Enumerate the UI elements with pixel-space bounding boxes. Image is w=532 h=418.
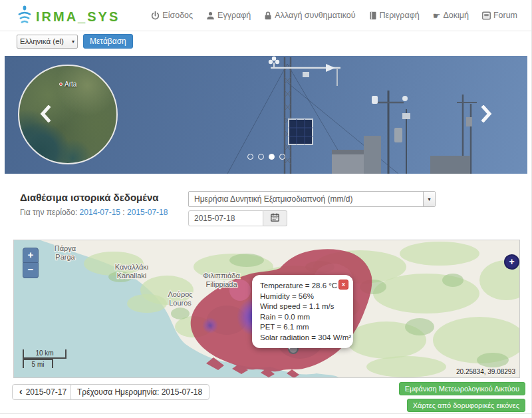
popup-close-button[interactable]: x: [338, 280, 348, 290]
popup-pet: PET = 6.1 mm: [260, 322, 346, 333]
previous-day-label: 2015-07-17: [26, 387, 66, 397]
power-icon: [151, 11, 160, 20]
inset-place-label: Arta: [59, 81, 76, 88]
previous-day-button[interactable]: ‹ 2015-07-17: [12, 384, 74, 400]
nav-description[interactable]: Περιγραφή: [369, 11, 420, 20]
nav-login[interactable]: Είσοδος: [151, 11, 193, 20]
nav-register-label: Εγγραφή: [217, 11, 251, 20]
chevron-left-icon: ‹: [19, 387, 23, 396]
language-bar: Ελληνικά (el) ▾ Μετάβαση: [17, 34, 133, 49]
irma-sys-page: IRMA_SYS Είσοδος Εγγραφή Αλλαγή συνθηματ…: [0, 0, 532, 418]
map-marker-icon: [59, 83, 63, 86]
lock-icon: [264, 11, 272, 20]
carousel-prev-button[interactable]: [38, 105, 53, 125]
nav-menu: Είσοδος Εγγραφή Αλλαγή συνθηματικού Περι…: [151, 0, 517, 31]
map-zoom-control: + −: [23, 248, 39, 278]
place-filippiada-gr: Φιλιππιάδα: [203, 272, 240, 280]
nav-test[interactable]: ☛ Δοκιμή: [433, 11, 469, 20]
popup-wind-speed: Wind speed = 1.1 m/s: [260, 302, 346, 312]
language-submit-button[interactable]: Μετάβαση: [83, 34, 133, 49]
top-navbar: IRMA_SYS Είσοδος Εγγραφή Αλλαγή συνθηματ…: [0, 0, 532, 31]
logo-text: IRMA_SYS: [36, 9, 120, 25]
zoom-in-button[interactable]: +: [23, 248, 39, 263]
map-layers-button[interactable]: +: [504, 254, 519, 270]
place-filippiada-en: Filippiada: [205, 280, 237, 288]
place-louros-gr: Λούρος: [168, 290, 192, 298]
nav-login-label: Είσοδος: [162, 11, 193, 20]
satellite-inset-map[interactable]: Arta: [18, 65, 118, 164]
footer-divider: [0, 413, 532, 414]
carousel-dot-2[interactable]: [258, 154, 264, 160]
carousel-next-button[interactable]: [479, 105, 494, 125]
nav-change-password[interactable]: Αλλαγή συνθηματικού: [264, 11, 355, 20]
place-kanallaki-gr: Καναλλάκι: [115, 263, 149, 271]
period-end-link[interactable]: 2015-07-18: [127, 208, 168, 217]
historical-data-title: Διαθέσιμα ιστορικά δεδομένα: [20, 192, 159, 203]
map-scale-control: 10 km 5 mi: [23, 349, 66, 368]
date-input[interactable]: [188, 210, 263, 226]
hero-carousel: Arta: [5, 56, 527, 174]
date-input-group: [188, 210, 287, 226]
leaflet-map[interactable]: ΠάργαParga ΚαναλλάκιKanallaki Φιλιππιάδα…: [13, 240, 520, 378]
user-icon: [206, 11, 215, 20]
period-separator: :: [122, 208, 124, 217]
current-date-label: Τρέχουσα Ημερομηνία: 2015-07-18: [77, 387, 202, 397]
carousel-dot-3-active[interactable]: [269, 154, 275, 160]
nav-description-label: Περιγραφή: [380, 11, 420, 20]
historical-period: Για την περίοδο: 2014-07-15 : 2015-07-18: [20, 208, 168, 217]
chevron-down-icon: ▾: [72, 39, 74, 45]
variable-select-value: Ημερήσια Δυνητική Εξατμισοδιαπνοή (mm/d): [189, 192, 423, 206]
current-date-button[interactable]: Τρέχουσα Ημερομηνία: 2015-07-18: [70, 384, 209, 400]
carousel-indicators: [5, 154, 527, 160]
list-icon: [482, 11, 491, 20]
show-network-button[interactable]: Εμφάνιση Μετεωρολογικού Δικτύου: [399, 382, 525, 395]
calendar-icon: [271, 212, 279, 224]
variable-select[interactable]: Ημερήσια Δυνητική Εξατμισοδιαπνοή (mm/d)…: [188, 191, 436, 207]
nav-test-label: Δοκιμή: [443, 11, 468, 20]
calendar-button[interactable]: [263, 210, 287, 226]
chevron-down-icon: ▾: [423, 192, 435, 206]
chevron-left-icon: [40, 105, 51, 125]
nav-change-password-label: Αλλαγή συνθηματικού: [275, 11, 355, 20]
popup-solar-radiation: Solar radiation = 304 W/m²: [260, 333, 346, 343]
logo[interactable]: IRMA_SYS: [16, 5, 120, 28]
nav-forum-label: Forum: [493, 11, 517, 20]
scale-miles: 5 mi: [23, 359, 53, 368]
place-parga-gr: Πάργα: [55, 244, 76, 252]
weather-popup: Temperature = 28.6 °C Humidity = 56% Win…: [252, 275, 353, 348]
language-select-value: Ελληνικά (el): [20, 37, 64, 45]
place-parga-en: Parga: [55, 253, 75, 261]
chevron-right-icon: [481, 105, 492, 125]
language-select[interactable]: Ελληνικά (el) ▾: [17, 35, 78, 49]
carousel-dot-4[interactable]: [279, 154, 285, 160]
satellite-maps-button[interactable]: Χάρτες από δορυφορικές εικόνες: [407, 399, 525, 412]
hand-icon: ☛: [433, 11, 441, 20]
zoom-out-button[interactable]: −: [23, 263, 39, 278]
mouse-coordinates: 20.25834, 39.08293: [456, 368, 515, 375]
popup-temperature: Temperature = 28.6 °C: [260, 281, 346, 292]
sprinkler-drop-icon: [16, 5, 33, 28]
popup-rain: Rain = 0.0 mm: [260, 312, 346, 323]
book-icon: [369, 11, 377, 20]
scale-kilometers: 10 km: [23, 349, 66, 359]
period-start-link[interactable]: 2014-07-15: [80, 208, 120, 217]
period-prefix: Για την περίοδο:: [20, 208, 77, 217]
popup-humidity: Humidity = 56%: [260, 292, 346, 302]
carousel-dot-1[interactable]: [247, 154, 253, 160]
nav-register[interactable]: Εγγραφή: [206, 11, 251, 20]
place-louros-en: Louros: [169, 299, 192, 307]
place-kanallaki-en: Kanallaki: [117, 272, 147, 280]
nav-forum[interactable]: Forum: [482, 11, 517, 20]
